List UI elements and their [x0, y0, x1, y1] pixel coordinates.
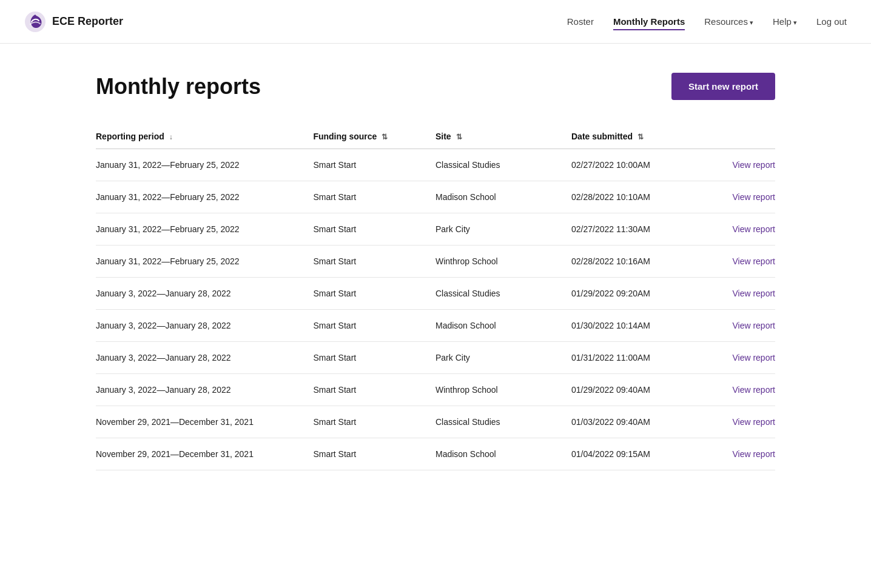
table-row: November 29, 2021—December 31, 2021Smart…: [96, 406, 775, 438]
cell-action: View report: [721, 310, 775, 342]
table-header-row: Reporting period ↓ Funding source ⇅ Site…: [96, 124, 775, 149]
cell-funding: Smart Start: [313, 213, 435, 246]
view-report-link[interactable]: View report: [732, 321, 775, 330]
cell-action: View report: [721, 246, 775, 278]
view-report-link[interactable]: View report: [732, 449, 775, 459]
cell-period: November 29, 2021—December 31, 2021: [96, 406, 313, 438]
table-row: January 3, 2022—January 28, 2022Smart St…: [96, 310, 775, 342]
cell-date: 01/04/2022 09:15AM: [571, 438, 721, 470]
cell-date: 01/31/2022 11:00AM: [571, 342, 721, 374]
cell-date: 01/30/2022 10:14AM: [571, 310, 721, 342]
cell-funding: Smart Start: [313, 149, 435, 181]
table-row: January 31, 2022—February 25, 2022Smart …: [96, 213, 775, 246]
cell-site: Madison School: [435, 181, 571, 213]
cell-period: January 3, 2022—January 28, 2022: [96, 278, 313, 310]
view-report-link[interactable]: View report: [732, 160, 775, 170]
start-new-report-button[interactable]: Start new report: [671, 73, 775, 100]
table-row: January 31, 2022—February 25, 2022Smart …: [96, 181, 775, 213]
table-row: January 3, 2022—January 28, 2022Smart St…: [96, 342, 775, 374]
nav-link-roster[interactable]: Roster: [567, 16, 594, 29]
view-report-link[interactable]: View report: [732, 385, 775, 395]
view-report-link[interactable]: View report: [732, 192, 775, 202]
table-body: January 31, 2022—February 25, 2022Smart …: [96, 149, 775, 470]
nav-link-resources[interactable]: Resources: [704, 16, 753, 29]
page-header: Monthly reports Start new report: [96, 73, 775, 100]
table-header: Reporting period ↓ Funding source ⇅ Site…: [96, 124, 775, 149]
cell-action: View report: [721, 374, 775, 406]
cell-date: 02/27/2022 10:00AM: [571, 149, 721, 181]
cell-date: 02/28/2022 10:10AM: [571, 181, 721, 213]
nav-links: Roster Monthly Reports Resources Help: [567, 16, 797, 27]
cell-period: January 31, 2022—February 25, 2022: [96, 246, 313, 278]
cell-action: View report: [721, 438, 775, 470]
cell-site: Winthrop School: [435, 374, 571, 406]
sort-icon-funding: ⇅: [382, 133, 388, 141]
cell-funding: Smart Start: [313, 278, 435, 310]
nav-link-help[interactable]: Help: [773, 16, 797, 29]
cell-date: 01/03/2022 09:40AM: [571, 406, 721, 438]
logout-button[interactable]: Log out: [816, 16, 847, 27]
sort-icon-site: ⇅: [456, 133, 462, 141]
table-row: January 3, 2022—January 28, 2022Smart St…: [96, 278, 775, 310]
view-report-link[interactable]: View report: [732, 224, 775, 234]
col-header-site[interactable]: Site ⇅: [435, 124, 571, 149]
cell-period: January 31, 2022—February 25, 2022: [96, 181, 313, 213]
cell-funding: Smart Start: [313, 374, 435, 406]
main-content: Monthly reports Start new report Reporti…: [72, 44, 799, 499]
reports-table: Reporting period ↓ Funding source ⇅ Site…: [96, 124, 775, 470]
cell-action: View report: [721, 406, 775, 438]
view-report-link[interactable]: View report: [732, 353, 775, 362]
cell-funding: Smart Start: [313, 342, 435, 374]
cell-site: Classical Studies: [435, 406, 571, 438]
table-row: January 3, 2022—January 28, 2022Smart St…: [96, 374, 775, 406]
cell-period: January 3, 2022—January 28, 2022: [96, 374, 313, 406]
sort-icon-period: ↓: [169, 133, 173, 141]
cell-action: View report: [721, 149, 775, 181]
cell-action: View report: [721, 213, 775, 246]
cell-funding: Smart Start: [313, 246, 435, 278]
cell-site: Classical Studies: [435, 149, 571, 181]
table-row: January 31, 2022—February 25, 2022Smart …: [96, 149, 775, 181]
view-report-link[interactable]: View report: [732, 256, 775, 266]
sort-icon-date: ⇅: [637, 133, 644, 141]
cell-action: View report: [721, 278, 775, 310]
view-report-link[interactable]: View report: [732, 417, 775, 427]
app-name: ECE Reporter: [52, 15, 123, 28]
nav-item-help[interactable]: Help: [773, 16, 797, 27]
cell-period: January 3, 2022—January 28, 2022: [96, 310, 313, 342]
cell-site: Madison School: [435, 438, 571, 470]
cell-funding: Smart Start: [313, 181, 435, 213]
cell-date: 01/29/2022 09:20AM: [571, 278, 721, 310]
cell-date: 02/27/2022 11:30AM: [571, 213, 721, 246]
nav-item-resources[interactable]: Resources: [704, 16, 753, 27]
cell-period: January 31, 2022—February 25, 2022: [96, 213, 313, 246]
col-header-period[interactable]: Reporting period ↓: [96, 124, 313, 149]
cell-period: January 3, 2022—January 28, 2022: [96, 342, 313, 374]
cell-site: Park City: [435, 342, 571, 374]
cell-action: View report: [721, 342, 775, 374]
cell-site: Madison School: [435, 310, 571, 342]
cell-site: Classical Studies: [435, 278, 571, 310]
nav-link-monthly-reports[interactable]: Monthly Reports: [613, 16, 685, 30]
view-report-link[interactable]: View report: [732, 289, 775, 298]
cell-action: View report: [721, 181, 775, 213]
cell-funding: Smart Start: [313, 310, 435, 342]
col-header-action: [721, 124, 775, 149]
cell-period: November 29, 2021—December 31, 2021: [96, 438, 313, 470]
table-row: January 31, 2022—February 25, 2022Smart …: [96, 246, 775, 278]
cell-date: 01/29/2022 09:40AM: [571, 374, 721, 406]
top-nav: ECE Reporter Roster Monthly Reports Reso…: [0, 0, 871, 44]
cell-funding: Smart Start: [313, 406, 435, 438]
app-logo[interactable]: ECE Reporter: [24, 11, 123, 33]
cell-period: January 31, 2022—February 25, 2022: [96, 149, 313, 181]
page-title: Monthly reports: [96, 74, 261, 99]
cell-funding: Smart Start: [313, 438, 435, 470]
nav-item-roster[interactable]: Roster: [567, 16, 594, 27]
cell-site: Park City: [435, 213, 571, 246]
cell-site: Winthrop School: [435, 246, 571, 278]
logo-icon: [24, 11, 46, 33]
table-row: November 29, 2021—December 31, 2021Smart…: [96, 438, 775, 470]
col-header-date[interactable]: Date submitted ⇅: [571, 124, 721, 149]
nav-item-monthly-reports[interactable]: Monthly Reports: [613, 16, 685, 27]
col-header-funding[interactable]: Funding source ⇅: [313, 124, 435, 149]
